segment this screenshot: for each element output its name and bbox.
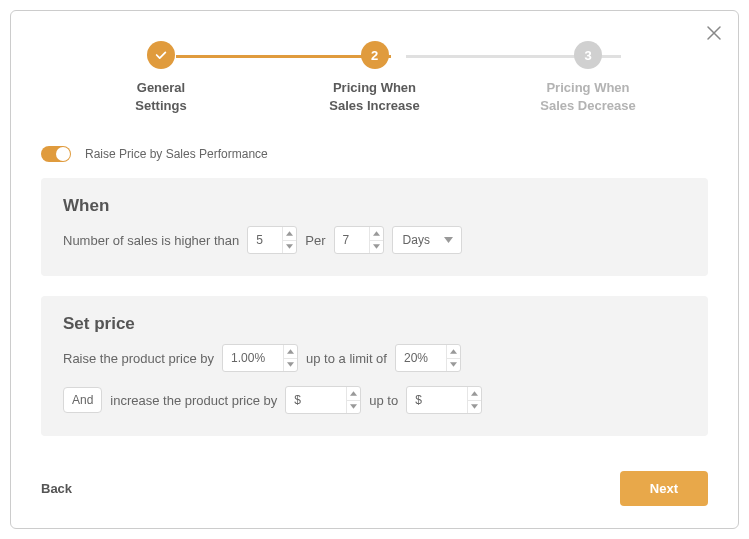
next-button[interactable]: Next [620,471,708,506]
limit-percent-input[interactable] [395,344,461,372]
increase-amount-field[interactable] [286,387,346,413]
increase-amount-input[interactable] [285,386,361,414]
upto-text: up to [369,393,398,408]
limit-percent-field[interactable] [396,345,446,371]
stepper-buttons[interactable] [369,227,383,253]
raise-percent-field[interactable] [223,345,283,371]
upto-amount-field[interactable] [407,387,467,413]
when-panel: When Number of sales is higher than Per … [41,178,708,276]
panel-title-when: When [63,196,686,216]
time-unit-select[interactable]: Days [392,226,462,254]
step-label: Pricing When Sales Decrease [540,79,635,114]
raise-percent-input[interactable] [222,344,298,372]
step-general-settings[interactable]: General Settings [101,41,221,114]
step-pricing-decrease[interactable]: 3 Pricing When Sales Decrease [528,41,648,114]
per-count-field[interactable] [335,227,369,253]
chevron-down-icon [284,359,297,372]
toggle-knob [56,147,70,161]
raise-text: Raise the product price by [63,351,214,366]
chevron-up-icon [370,227,383,241]
wizard-stepper: General Settings 2 Pricing When Sales In… [101,41,648,114]
chevron-down-icon [468,401,481,414]
toggle-row: Raise Price by Sales Performance [41,146,708,162]
stepper-buttons[interactable] [283,345,297,371]
chevron-down-icon [347,401,360,414]
sales-threshold-field[interactable] [248,227,282,253]
per-label: Per [305,233,325,248]
chevron-up-icon [347,387,360,401]
chevron-down-icon [447,359,460,372]
step-number: 3 [574,41,602,69]
toggle-label: Raise Price by Sales Performance [85,147,268,161]
stepper-buttons[interactable] [446,345,460,371]
chevron-down-icon [444,237,453,243]
increase-text: increase the product price by [110,393,277,408]
pricing-wizard-modal: General Settings 2 Pricing When Sales In… [10,10,739,529]
raise-price-toggle[interactable] [41,146,71,162]
panel-title-setprice: Set price [63,314,686,334]
stepper-buttons[interactable] [346,387,360,413]
wizard-footer: Back Next [41,471,708,506]
close-icon[interactable] [706,25,722,41]
stepper-buttons[interactable] [282,227,296,253]
chevron-down-icon [283,241,296,254]
limit-text: up to a limit of [306,351,387,366]
upto-amount-input[interactable] [406,386,482,414]
back-button[interactable]: Back [41,481,72,496]
step-number: 2 [361,41,389,69]
chevron-up-icon [468,387,481,401]
step-label: Pricing When Sales Increase [329,79,419,114]
check-icon [147,41,175,69]
stepper-buttons[interactable] [467,387,481,413]
chevron-up-icon [447,345,460,359]
set-price-panel: Set price Raise the product price by up … [41,296,708,436]
chevron-down-icon [370,241,383,254]
select-value: Days [403,233,430,247]
step-label: General Settings [135,79,186,114]
per-count-input[interactable] [334,226,384,254]
and-chip: And [63,387,102,413]
step-pricing-increase[interactable]: 2 Pricing When Sales Increase [315,41,435,114]
when-text: Number of sales is higher than [63,233,239,248]
chevron-up-icon [283,227,296,241]
sales-threshold-input[interactable] [247,226,297,254]
chevron-up-icon [284,345,297,359]
